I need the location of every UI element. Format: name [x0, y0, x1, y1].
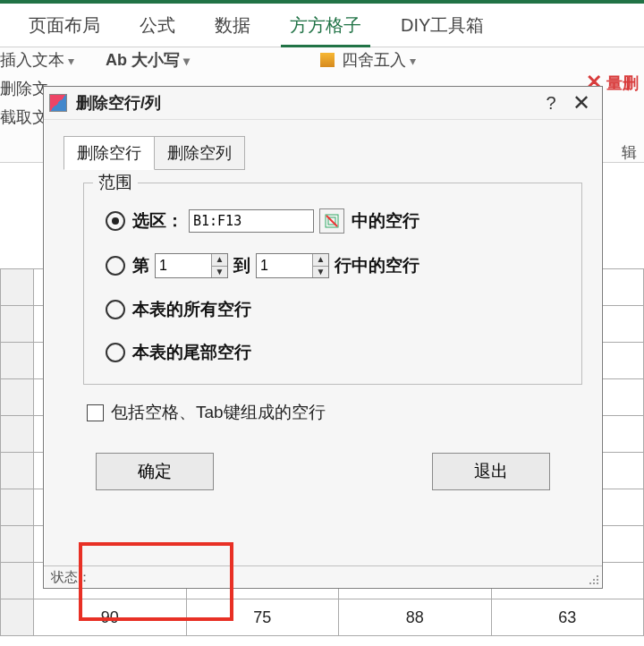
- cell[interactable]: 75: [186, 599, 339, 636]
- radio-tail[interactable]: [106, 343, 125, 362]
- ok-button[interactable]: 确定: [96, 453, 214, 490]
- dialog-title: 删除空行/列: [76, 92, 161, 114]
- radio-range[interactable]: [106, 256, 125, 276]
- exit-button[interactable]: 退出: [432, 453, 550, 490]
- spin-down[interactable]: ▼: [312, 267, 328, 278]
- range-picker-button[interactable]: [319, 208, 344, 234]
- chevron-down-icon: ▾: [68, 54, 74, 68]
- btn-insert-text[interactable]: 插入文本▾: [0, 49, 74, 71]
- radio-all[interactable]: [106, 300, 125, 319]
- opt-range[interactable]: 第 ▲ ▼ 到 ▲ ▼ 行中的空行: [106, 253, 565, 278]
- tab-diy[interactable]: DIY工具箱: [381, 10, 504, 47]
- app-icon: [49, 94, 67, 112]
- cell[interactable]: 90: [34, 599, 187, 636]
- opt-tail[interactable]: 本表的尾部空行: [106, 341, 565, 364]
- dialog-tabs: 删除空行 删除空列: [64, 136, 602, 170]
- opt-selection[interactable]: 选区： 中的空行: [106, 208, 565, 234]
- chk-include-spaces[interactable]: 包括空格、Tab键组成的空行: [87, 401, 602, 424]
- checkbox-icon[interactable]: [87, 404, 104, 421]
- spin-down[interactable]: ▼: [211, 267, 227, 278]
- spin-from: ▲ ▼: [155, 253, 228, 278]
- range-group: 范围 选区： 中的空行 第 ▲ ▼: [83, 183, 582, 385]
- cell[interactable]: 88: [339, 599, 492, 636]
- range-picker-icon: [325, 214, 339, 228]
- chevron-down-icon: ▾: [183, 54, 190, 68]
- btn-round[interactable]: 四舍五入▾: [320, 49, 416, 71]
- spin-to: ▲ ▼: [256, 253, 329, 278]
- tab-delete-cols[interactable]: 删除空列: [154, 136, 245, 170]
- round-icon: [320, 53, 335, 67]
- btn-delete-text[interactable]: 删除文: [0, 78, 48, 99]
- resize-grip-icon[interactable]: [587, 573, 599, 585]
- spin-up[interactable]: ▲: [312, 254, 328, 267]
- ribbon-tabs: 页面布局 公式 数据 方方格子 DIY工具箱: [0, 4, 644, 47]
- radio-selection[interactable]: [106, 211, 125, 231]
- cell[interactable]: 63: [491, 599, 644, 636]
- close-button[interactable]: ✕: [566, 90, 597, 115]
- tab-data[interactable]: 数据: [195, 10, 270, 47]
- tab-formulas[interactable]: 公式: [120, 10, 195, 47]
- statusbar: 状态：: [44, 565, 602, 588]
- group-legend: 范围: [93, 171, 138, 194]
- opt-all[interactable]: 本表的所有空行: [106, 298, 565, 321]
- chevron-down-icon: ▾: [410, 54, 416, 68]
- tab-page-layout[interactable]: 页面布局: [9, 10, 120, 47]
- from-input[interactable]: [156, 254, 211, 277]
- selection-range-input[interactable]: [189, 209, 314, 233]
- btn-case[interactable]: Ab 大小写▾: [106, 49, 190, 71]
- dialog-delete-blank: 删除空行/列 ? ✕ 删除空行 删除空列 范围 选区： 中的空行 第: [43, 86, 603, 589]
- group-label: 辑: [622, 142, 637, 163]
- titlebar: 删除空行/列 ? ✕: [44, 87, 602, 120]
- tab-delete-rows[interactable]: 删除空行: [64, 136, 155, 170]
- tab-fanggezi[interactable]: 方方格子: [270, 10, 381, 47]
- to-input[interactable]: [257, 254, 312, 277]
- help-button[interactable]: ?: [536, 90, 566, 115]
- spin-up[interactable]: ▲: [211, 254, 227, 267]
- btn-extract-text[interactable]: 截取文: [0, 106, 48, 128]
